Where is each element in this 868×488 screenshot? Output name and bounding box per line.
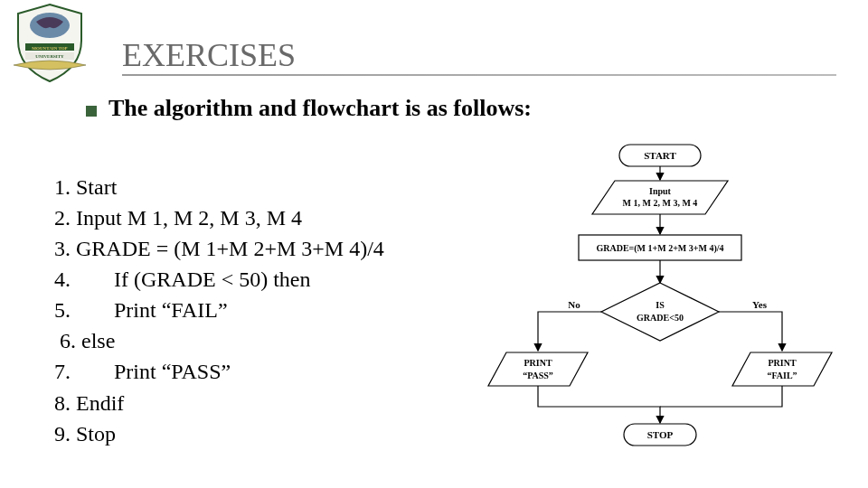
algo-step-9: 9. Stop xyxy=(54,418,384,449)
svg-marker-11 xyxy=(601,283,719,341)
fc-decision-l1: IS xyxy=(656,300,665,310)
subtitle: The algorithm and flowchart is as follow… xyxy=(108,95,532,122)
fc-process: GRADE=(M 1+M 2+M 3+M 4)/4 xyxy=(596,243,723,254)
fc-input-l2: M 1, M 2, M 3, M 4 xyxy=(623,198,698,208)
fc-yes-label: Yes xyxy=(752,299,768,310)
algo-step-2: 2. Input M 1, M 2, M 3, M 4 xyxy=(54,202,384,233)
fc-start: START xyxy=(644,150,676,161)
svg-text:MOUNTAIN TOP: MOUNTAIN TOP xyxy=(32,46,67,51)
flowchart: START Input M 1, M 2, M 3, M 4 GRADE=(M … xyxy=(479,140,859,465)
fc-no-label: No xyxy=(568,299,580,310)
algo-step-8: 8. Endif xyxy=(54,388,384,418)
svg-text:UNIVERSITY: UNIVERSITY xyxy=(35,54,64,59)
page-title: EXERCISES xyxy=(122,36,296,74)
algorithm-list: 1. Start 2. Input M 1, M 2, M 3, M 4 3. … xyxy=(54,172,384,449)
fc-fail-l1: PRINT xyxy=(768,358,796,368)
title-divider xyxy=(122,74,836,76)
algo-step-3: 3. GRADE = (M 1+M 2+M 3+M 4)/4 xyxy=(54,233,384,264)
algo-step-6: 6. else xyxy=(54,325,384,356)
algo-step-5: 5. Print “FAIL” xyxy=(54,295,384,325)
university-logo: MOUNTAIN TOP UNIVERSITY xyxy=(9,0,90,86)
fc-stop: STOP xyxy=(647,429,674,440)
bullet-icon xyxy=(86,106,97,117)
algo-step-1: 1. Start xyxy=(54,172,384,202)
algo-step-7: 7. Print “PASS” xyxy=(54,356,384,387)
fc-pass-l2: “PASS” xyxy=(523,371,553,380)
fc-fail-l2: “FAIL” xyxy=(767,371,797,380)
fc-pass-l1: PRINT xyxy=(524,358,552,368)
algo-step-4: 4. If (GRADE < 50) then xyxy=(54,264,384,295)
fc-decision-l2: GRADE<50 xyxy=(637,313,684,323)
fc-input-l1: Input xyxy=(649,186,672,196)
